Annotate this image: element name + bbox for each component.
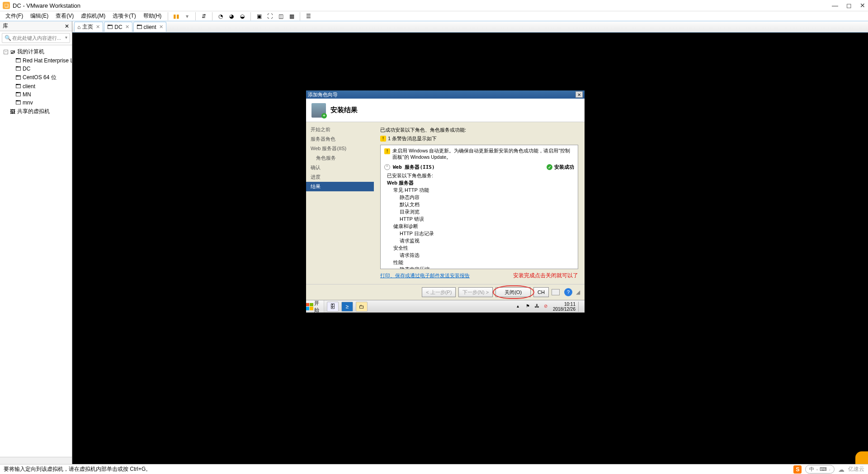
vm-item-centos[interactable]: 🗔CentOS 64 位 bbox=[0, 73, 72, 82]
pinned-server-manager[interactable]: 🗄 bbox=[327, 302, 339, 312]
search-dropdown-icon[interactable]: ▾ bbox=[65, 35, 67, 40]
separator bbox=[250, 12, 251, 20]
collapse-icon[interactable]: − bbox=[4, 50, 8, 54]
vm-label: Red Hat Enterprise L bbox=[23, 57, 72, 64]
nav-confirm[interactable]: 确认 bbox=[306, 163, 374, 172]
tree-shared[interactable]: 🖽 共享的虚拟机 bbox=[0, 107, 72, 116]
library-button[interactable]: ☰ bbox=[304, 12, 313, 20]
list-item: 安全性 bbox=[387, 245, 574, 252]
keyboard-icon: ⌨ bbox=[820, 466, 827, 472]
sidebar-close-icon[interactable]: ✕ bbox=[65, 23, 69, 29]
pinned-powershell[interactable]: ≥ bbox=[341, 302, 353, 312]
library-search-input[interactable] bbox=[2, 33, 70, 43]
library-sidebar: 库 ✕ 🔍 ▾ − 🖳 我的计算机 🗔Red Hat Enterprise L … bbox=[0, 21, 72, 464]
menu-tabs[interactable]: 选项卡(T) bbox=[110, 11, 138, 21]
app-titlebar: ❏ DC - VMware Workstation — ◻ ✕ bbox=[0, 0, 868, 11]
nav-before[interactable]: 开始之前 bbox=[306, 125, 374, 134]
tab-home[interactable]: ⌂ 主页 ✕ bbox=[74, 22, 103, 32]
annotation-hint: 安装完成点击关闭就可以了 bbox=[513, 272, 578, 280]
vm-item-redhat[interactable]: 🗔Red Hat Enterprise L bbox=[0, 57, 72, 65]
dialog-heading: 安装结果 bbox=[330, 106, 358, 114]
unity-button[interactable]: ◫ bbox=[276, 12, 285, 20]
menu-edit[interactable]: 编辑(E) bbox=[28, 11, 51, 21]
nav-roleservice[interactable]: 角色服务 bbox=[306, 153, 374, 163]
dialog-content: 已成功安装以下角色、角色服务或功能: ! 1 条警告消息显示如下 ! 未启用 W… bbox=[374, 122, 585, 284]
vmware-icon: ❏ bbox=[3, 2, 10, 9]
pinned-explorer[interactable]: 🗀 bbox=[356, 302, 368, 312]
resize-grip-icon[interactable]: ◢ bbox=[576, 289, 580, 295]
tray-clock[interactable]: 10:11 2018/12/26 bbox=[553, 302, 576, 312]
dialog-titlebar[interactable]: 添加角色向导 ✕ bbox=[306, 90, 585, 99]
list-item: 请求筛选 bbox=[387, 252, 574, 259]
fullscreen-button[interactable]: ⛶ bbox=[265, 12, 274, 20]
warning-icon: ! bbox=[384, 148, 390, 154]
thumbnail-button[interactable]: ▦ bbox=[287, 12, 296, 20]
nav-iis[interactable]: Web 服务器(IIS) bbox=[306, 144, 374, 153]
tab-close-icon[interactable]: ✕ bbox=[159, 24, 163, 30]
list-item: HTTP 日志记录 bbox=[387, 230, 574, 237]
lang-indicator[interactable]: CH bbox=[533, 287, 549, 297]
menu-file[interactable]: 文件(F) bbox=[3, 11, 26, 21]
send-cad-button[interactable]: ⇵ bbox=[199, 12, 208, 20]
vm-display[interactable]: 添加角色向导 ✕ 安装结果 开始之前 服务器角色 Web 服务器(IIS) 角色… bbox=[72, 33, 868, 464]
success-icon: ✓ bbox=[547, 164, 552, 170]
list-item: 健康和诊断 bbox=[387, 223, 574, 230]
separator bbox=[195, 12, 196, 20]
minimize-button[interactable]: — bbox=[832, 2, 838, 9]
close-button[interactable]: 关闭(O) bbox=[495, 287, 531, 297]
maximize-button[interactable]: ◻ bbox=[846, 2, 852, 9]
tab-close-icon[interactable]: ✕ bbox=[125, 24, 129, 30]
vm-label: MN bbox=[23, 91, 31, 98]
list-item: 默认文档 bbox=[387, 201, 574, 209]
vm-label: mnv bbox=[23, 100, 33, 106]
power-dropdown[interactable]: ▾ bbox=[183, 12, 192, 20]
keyboard-icon[interactable] bbox=[552, 289, 560, 295]
snapshot-revert-button[interactable]: ◕ bbox=[227, 12, 236, 20]
show-desktop-button[interactable] bbox=[578, 302, 582, 312]
fit-guest-button[interactable]: ▣ bbox=[255, 12, 264, 20]
snapshot-button[interactable]: ◔ bbox=[216, 12, 225, 20]
sidebar-scrollbar[interactable] bbox=[0, 457, 72, 464]
vm-item-client[interactable]: 🗔client bbox=[0, 82, 72, 90]
tray-volume-icon[interactable]: ⊘ bbox=[544, 303, 550, 310]
vm-label: client bbox=[23, 83, 35, 90]
collapse-icon[interactable]: ˄ bbox=[384, 164, 390, 170]
nav-role[interactable]: 服务器角色 bbox=[306, 134, 374, 144]
cloud-icon: ☁ bbox=[838, 466, 844, 473]
start-button[interactable]: 开始 bbox=[306, 300, 324, 313]
nav-progress[interactable]: 进度 bbox=[306, 172, 374, 182]
nav-result[interactable]: 结果 bbox=[306, 182, 374, 191]
tab-strip: ⌂ 主页 ✕ 🗔 DC ✕ 🗔 client ✕ bbox=[72, 21, 868, 33]
menu-vm[interactable]: 虚拟机(M) bbox=[78, 11, 108, 21]
sogou-ime-icon[interactable]: S bbox=[793, 465, 802, 474]
close-button[interactable]: ✕ bbox=[860, 2, 865, 9]
tray-up-icon[interactable]: ▴ bbox=[517, 303, 523, 310]
pause-button[interactable]: ▮▮ bbox=[172, 12, 181, 20]
report-link[interactable]: 打印、保存或通过电子邮件发送安装报告 bbox=[380, 272, 470, 279]
tray-flag-icon[interactable]: ⚑ bbox=[526, 303, 532, 310]
tab-client[interactable]: 🗔 client ✕ bbox=[133, 22, 166, 32]
vm-item-mn[interactable]: 🗔MN bbox=[0, 90, 72, 99]
tab-dc[interactable]: 🗔 DC ✕ bbox=[104, 22, 132, 32]
tray-date: 2018/12/26 bbox=[553, 307, 576, 312]
search-icon: 🔍 bbox=[5, 35, 11, 41]
vm-icon: 🗔 bbox=[107, 24, 113, 30]
prev-button: < 上一步(P) bbox=[422, 287, 456, 297]
dialog-close-button[interactable]: ✕ bbox=[576, 91, 583, 98]
tab-close-icon[interactable]: ✕ bbox=[96, 24, 100, 30]
vm-item-mnv[interactable]: 🗔mnv bbox=[0, 99, 72, 107]
ime-indicator[interactable]: 中 • ⌨ › bbox=[805, 465, 835, 474]
separator bbox=[168, 12, 168, 20]
list-item: 静态内容 bbox=[387, 194, 574, 201]
help-icon[interactable]: ? bbox=[564, 288, 572, 296]
menu-help[interactable]: 帮助(H) bbox=[141, 11, 165, 21]
tree-root-mycomputer[interactable]: − 🖳 我的计算机 bbox=[0, 47, 72, 57]
snapshot-manager-button[interactable]: ◒ bbox=[238, 12, 247, 20]
windows-logo-icon bbox=[306, 303, 313, 310]
vm-icon: 🗔 bbox=[15, 91, 21, 98]
tray-network-icon[interactable]: 🖧 bbox=[535, 303, 541, 310]
menu-view[interactable]: 查看(V) bbox=[53, 11, 76, 21]
install-status: 安装成功 bbox=[554, 164, 574, 171]
dialog-title: 添加角色向导 bbox=[308, 91, 576, 98]
vm-item-dc[interactable]: 🗔DC bbox=[0, 65, 72, 73]
